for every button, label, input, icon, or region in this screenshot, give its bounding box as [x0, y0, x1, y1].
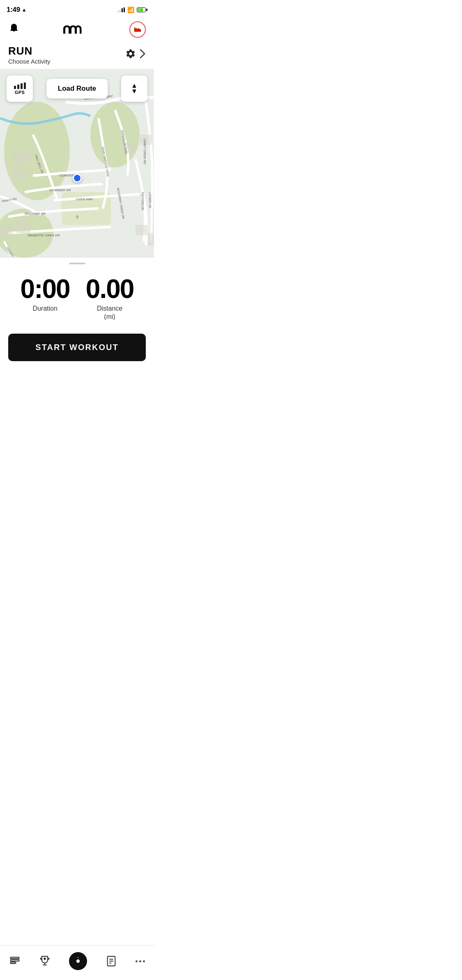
under-armour-logo [58, 22, 91, 37]
svg-text:COWDEN DR: COWDEN DR [60, 174, 80, 177]
svg-rect-11 [136, 225, 148, 235]
svg-text:CANEY CREEK RD: CANEY CREEK RD [143, 139, 146, 164]
chevron-right-icon[interactable] [140, 49, 146, 60]
svg-text:BRIGHAM DR: BRIGHAM DR [25, 212, 46, 215]
battery-icon: ⚡ [137, 7, 147, 12]
activity-subtitle: Choose Activity [8, 58, 51, 65]
distance-label: Distance(mi) [86, 305, 134, 322]
activity-info: RUN Choose Activity [8, 45, 51, 65]
compass-north-button[interactable] [121, 76, 147, 102]
notifications-bell-icon[interactable] [8, 23, 20, 37]
svg-rect-7 [0, 225, 12, 235]
status-bar: 1:49 ▲ 📶 ⚡ [0, 0, 154, 18]
svg-text:P&P FORD DR: P&P FORD DR [141, 192, 144, 211]
svg-rect-6 [12, 167, 27, 178]
activity-section: RUN Choose Activity [0, 43, 154, 69]
activity-controls [125, 48, 146, 62]
signal-bars-icon [117, 7, 125, 12]
drag-handle-bar [69, 263, 85, 264]
activity-type: RUN [8, 45, 51, 57]
header [0, 18, 154, 43]
start-button-container: START WORKOUT [0, 334, 154, 373]
status-time: 1:49 [7, 6, 20, 14]
status-icons: 📶 ⚡ [117, 7, 147, 13]
shoe-tracker-icon[interactable] [129, 21, 146, 38]
gps-label: GPS [15, 90, 25, 95]
map-container[interactable]: EDINA RIVER WAY HALL SELL DR EPPERSON TR… [0, 69, 154, 258]
start-workout-button[interactable]: START WORKOUT [8, 334, 146, 361]
svg-rect-12 [148, 233, 154, 245]
svg-rect-8 [16, 221, 31, 233]
wifi-icon: 📶 [127, 7, 134, 13]
settings-gear-icon[interactable] [125, 48, 136, 62]
duration-value: 0:00 [21, 276, 70, 302]
stats-section: 0:00 Duration 0.00 Distance(mi) [0, 268, 154, 334]
svg-text:MAJESTIC OAKS DR: MAJESTIC OAKS DR [28, 234, 60, 237]
svg-text:OXEN WAY: OXEN WAY [76, 197, 94, 201]
duration-stat: 0:00 Duration [21, 276, 70, 313]
svg-text:OXSHEER DR: OXSHEER DR [49, 188, 71, 192]
distance-value: 0.00 [86, 276, 134, 302]
drag-handle[interactable] [0, 258, 154, 268]
gps-button[interactable]: GPS [7, 76, 33, 102]
location-arrow-icon: ▲ [22, 7, 27, 13]
svg-text:LATIMER DR: LATIMER DR [149, 192, 152, 208]
svg-rect-5 [12, 151, 29, 163]
duration-label: Duration [21, 305, 70, 313]
load-route-button[interactable]: Load Route [46, 79, 108, 98]
distance-stat: 0.00 Distance(mi) [86, 276, 134, 322]
gps-signal-icon [14, 82, 26, 89]
